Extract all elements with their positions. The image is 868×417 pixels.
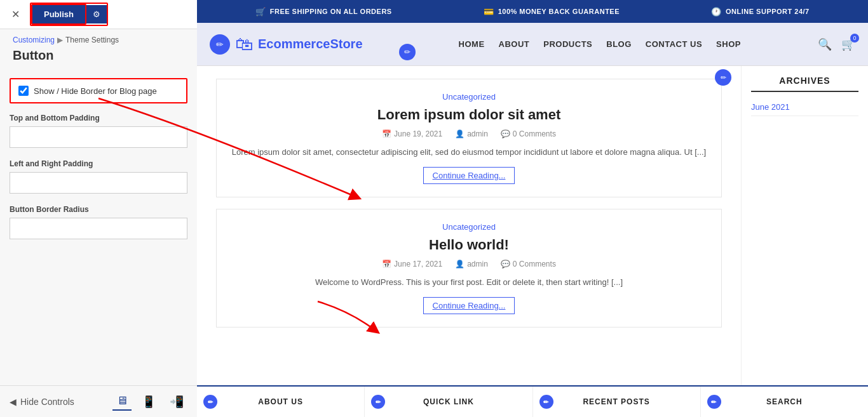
site-top-bar: 🛒 FREE SHIPPING ON ALL ORDERS 💳 100% MON… (197, 0, 868, 23)
nav-home[interactable]: HOME (459, 39, 485, 49)
post1-excerpt: Lorem ipsum dolor sit amet, consectetur … (229, 146, 709, 159)
cart-count-badge: 0 (850, 34, 859, 43)
nav-about[interactable]: ABOUT (499, 39, 530, 49)
tablet-view-button[interactable]: 📱 (138, 392, 159, 411)
post1-comments-icon: 💬 (501, 129, 510, 138)
gear-settings-button[interactable]: ⚙ (86, 5, 107, 23)
breadcrumb-separator: ▶ (57, 36, 63, 44)
nav-icons: 🔍 🛒 0 (818, 37, 855, 51)
hide-controls-button[interactable]: ◀ Hide Controls (10, 397, 74, 407)
footer-recent-posts-label: RECENT POSTS (583, 397, 649, 406)
desktop-view-button[interactable]: 🖥 (112, 392, 132, 411)
post2-author: 👤 admin (455, 260, 488, 268)
post1-author-icon: 👤 (455, 129, 465, 138)
left-right-padding-input[interactable] (10, 172, 187, 194)
hide-controls-arrow-icon: ◀ (10, 397, 17, 407)
footer-quick-link-label: QUICK LINK (423, 397, 474, 406)
top-bottom-padding-label: Top and Bottom Padding (10, 114, 187, 122)
show-hide-border-checkbox[interactable] (18, 86, 29, 96)
post2-author-text: admin (467, 260, 488, 268)
footer-col-search: ✏ SEARCH (701, 387, 868, 417)
money-back-info: 💳 100% MONEY BACK GUARANTEE (484, 7, 620, 17)
post1-author: 👤 admin (455, 129, 488, 138)
edit-logo-pencil-icon[interactable]: ✏ (399, 44, 416, 60)
support-icon: 🕐 (711, 7, 722, 17)
post1-date-icon: 📅 (382, 129, 391, 138)
post2-comments: 💬 0 Comments (501, 260, 556, 268)
post2-comments-text: 0 Comments (513, 260, 556, 268)
border-radius-label: Button Border Radius (10, 205, 187, 214)
top-bottom-padding-input[interactable] (10, 126, 187, 148)
edit-blog-area-icon[interactable]: ✏ (715, 69, 731, 86)
post2-category: Uncategorized (229, 222, 709, 232)
post1-category: Uncategorized (229, 92, 709, 102)
post2-author-icon: 👤 (455, 260, 465, 268)
nav-products[interactable]: PRODUCTS (543, 39, 592, 49)
device-icons-group: 🖥 📱 📲 (112, 392, 187, 411)
panel-title: Button (0, 47, 197, 72)
search-button[interactable]: 🔍 (818, 37, 832, 51)
show-hide-border-checkbox-row: Show / Hide Border for Blog page (10, 78, 187, 103)
post1-comments-text: 0 Comments (513, 129, 556, 138)
footer-edit-search-icon[interactable]: ✏ (707, 395, 721, 409)
cart-button[interactable]: 🛒 0 (841, 37, 855, 51)
post1-continue-reading-button[interactable]: Continue Reading... (423, 167, 515, 184)
post2-date: 📅 June 17, 2021 (382, 260, 442, 268)
post1-comments: 💬 0 Comments (501, 129, 556, 138)
sidebar-area: ARCHIVES June 2021 (741, 66, 868, 417)
blog-area: Uncategorized Lorem ipsum dolor sit amet… (197, 66, 741, 417)
support-info: 🕐 ONLINE SUPPORT 24/7 (711, 7, 809, 17)
shipping-text: FREE SHIPPING ON ALL ORDERS (270, 8, 392, 15)
nav-bar: ✏ ✏ 🛍 EcommerceStore HOME ABOUT PRODUCTS… (197, 23, 868, 66)
left-right-padding-group: Left and Right Padding (10, 159, 187, 194)
nav-shop[interactable]: SHOP (716, 39, 741, 49)
border-radius-group: Button Border Radius (10, 205, 187, 239)
footer-search-label: SEARCH (766, 397, 803, 406)
logo-bag-icon: 🛍 (235, 34, 253, 55)
footer-edit-recent-posts-icon[interactable]: ✏ (539, 395, 553, 409)
breadcrumb-section: Theme Settings (65, 36, 119, 44)
footer-edit-about-icon[interactable]: ✏ (203, 395, 217, 409)
border-radius-input[interactable] (10, 218, 187, 239)
shipping-icon: 🛒 (255, 7, 266, 17)
post2-meta: 📅 June 17, 2021 👤 admin 💬 0 Comments (229, 260, 709, 268)
footer-col-about-us: ✏ ABOUT US (197, 387, 365, 417)
customizer-bottom-bar: ◀ Hide Controls 🖥 📱 📲 (0, 385, 197, 417)
post1-date-text: June 19, 2021 (394, 129, 442, 138)
nav-links: HOME ABOUT PRODUCTS BLOG CONTACT US SHOP (382, 39, 818, 49)
top-bottom-padding-group: Top and Bottom Padding (10, 114, 187, 148)
mobile-view-button[interactable]: 📲 (166, 392, 187, 411)
post2-continue-reading-button[interactable]: Continue Reading... (423, 297, 515, 314)
post2-title: Hello world! (229, 237, 709, 253)
footer-about-us-label: ABOUT US (258, 397, 303, 406)
footer-col-quick-link: ✏ QUICK LINK (365, 387, 532, 417)
nav-contact-us[interactable]: CONTACT US (646, 39, 702, 49)
customizer-panel: ✕ Publish ⚙ Customizing ▶ Theme Settings… (0, 0, 197, 417)
hide-controls-label: Hide Controls (20, 397, 74, 407)
logo-pencil-icon: ✏ (210, 34, 230, 55)
breadcrumb-home[interactable]: Customizing (13, 36, 55, 44)
logo-text-part1: Ecommerce (258, 37, 330, 51)
customizer-top-bar: ✕ Publish ⚙ (0, 0, 197, 29)
footer-edit-quick-link-icon[interactable]: ✏ (371, 395, 385, 409)
archives-june-2021[interactable]: June 2021 (751, 98, 858, 116)
post2-date-text: June 17, 2021 (394, 260, 442, 268)
main-content: ✏ Uncategorized Lorem ipsum dolor sit am… (197, 66, 868, 417)
logo-text-part2: Store (330, 37, 362, 51)
publish-area: Publish ⚙ (30, 3, 108, 26)
blog-post-2: Uncategorized Hello world! 📅 June 17, 20… (216, 209, 722, 328)
publish-button[interactable]: Publish (31, 4, 86, 25)
post1-title: Lorem ipsum dolor sit amet (229, 107, 709, 123)
post2-excerpt: Welcome to WordPress. This is your first… (229, 276, 709, 289)
logo-area: ✏ 🛍 EcommerceStore (210, 34, 363, 55)
support-text: ONLINE SUPPORT 24/7 (726, 8, 810, 15)
footer-strip: ✏ ABOUT US ✏ QUICK LINK ✏ RECENT POSTS ✏… (197, 385, 868, 417)
close-button[interactable]: ✕ (6, 6, 25, 23)
logo-text: EcommerceStore (258, 37, 363, 51)
nav-blog[interactable]: BLOG (606, 39, 632, 49)
archives-title: ARCHIVES (751, 76, 858, 92)
breadcrumb: Customizing ▶ Theme Settings (0, 29, 197, 47)
post1-author-text: admin (467, 129, 488, 138)
post2-comments-icon: 💬 (501, 260, 510, 268)
show-hide-border-label: Show / Hide Border for Blog page (34, 86, 157, 96)
